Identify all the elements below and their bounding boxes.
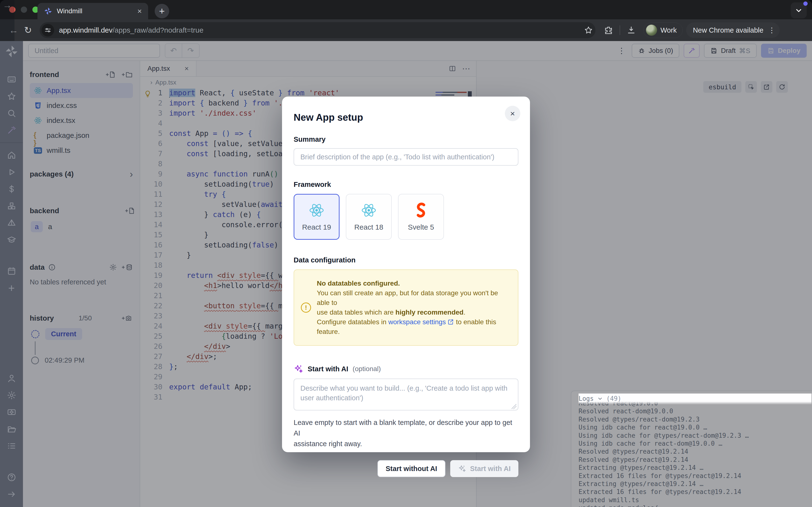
summary-label: Summary: [294, 135, 518, 144]
browser-tab[interactable]: Windmill ×: [38, 3, 148, 19]
data-configuration-label: Data configuration: [294, 256, 518, 264]
optional-hint: (optional): [353, 365, 381, 373]
chevron-down-icon: [597, 396, 603, 401]
chrome-update-button[interactable]: New Chrome available ⋮: [686, 22, 779, 38]
logs-title: Logs: [578, 395, 594, 402]
sparkles-icon: [458, 464, 466, 473]
browser-profile-button[interactable]: Work: [643, 22, 683, 38]
notification-dot: [803, 1, 808, 6]
framework-card-react-18[interactable]: React 18: [346, 194, 392, 240]
tab-title: Windmill: [57, 7, 83, 15]
start-without-ai-button[interactable]: Start without AI: [377, 460, 445, 477]
datatables-warning: ! No datatables configured. You can stil…: [294, 270, 518, 346]
warning-icon: !: [301, 302, 311, 313]
summary-input[interactable]: [294, 148, 518, 166]
close-modal-button[interactable]: ×: [505, 106, 520, 121]
ai-helper-text: Leave empty to start with a blank templa…: [294, 417, 518, 449]
browser-window: Windmill × + ← → ↻ app.windmill.dev/apps…: [0, 0, 812, 507]
tab-close-icon[interactable]: ×: [137, 7, 142, 16]
reload-button[interactable]: ↻: [21, 25, 35, 36]
page: + Untitled ↶ ↷ ⋮ Jobs (0): [0, 41, 812, 507]
modal-title: New App setup: [294, 112, 518, 123]
browser-menu-icon[interactable]: ⋮: [768, 26, 775, 34]
framework-card-react-19[interactable]: React 19: [294, 194, 340, 240]
ai-prompt-textarea[interactable]: [294, 379, 518, 410]
sparkles-icon: [294, 364, 303, 374]
svelte-icon: [413, 202, 429, 218]
omnibox[interactable]: app.windmill.dev/apps_raw/add?nodraft=tr…: [40, 22, 596, 38]
divider: [620, 25, 620, 35]
new-tab-button[interactable]: +: [155, 4, 169, 18]
bookmark-star-icon[interactable]: [584, 25, 593, 35]
logs-count: (49): [606, 395, 621, 402]
browser-titlebar: Windmill × +: [0, 0, 812, 19]
framework-card-svelte-5[interactable]: Svelte 5: [398, 194, 444, 240]
avatar: [646, 24, 657, 36]
warning-title: No datatables configured.: [317, 280, 400, 287]
react-icon: [361, 202, 377, 218]
start-with-ai-button[interactable]: Start with AI: [450, 460, 518, 477]
new-app-setup-modal: × New App setup Summary Framework React …: [282, 97, 530, 452]
start-with-ai-label: Start with AI: [308, 365, 348, 373]
windmill-favicon: [44, 7, 52, 15]
profile-label: Work: [660, 26, 677, 34]
browser-url-bar: ← → ↻ app.windmill.dev/apps_raw/add?nodr…: [0, 19, 812, 41]
logs-header[interactable]: Logs (49): [578, 394, 812, 405]
url-host: app.windmill.dev: [59, 26, 113, 34]
update-label: New Chrome available: [693, 26, 763, 34]
framework-options: React 19React 18Svelte 5: [294, 194, 518, 240]
url-path: /apps_raw/add?nodraft=true: [113, 26, 203, 34]
minimize-window-button[interactable]: [21, 6, 27, 13]
workspace-settings-link[interactable]: workspace settings: [388, 318, 446, 326]
extensions-icon[interactable]: [604, 25, 613, 35]
chevron-down-icon: [795, 6, 803, 14]
framework-label: Framework: [294, 181, 518, 188]
react-icon: [309, 202, 324, 218]
tab-search-button[interactable]: [791, 2, 807, 18]
downloads-icon[interactable]: [626, 25, 636, 35]
resize-handle[interactable]: [512, 404, 516, 409]
site-settings-icon[interactable]: [42, 24, 54, 37]
external-link-icon: [447, 319, 454, 325]
